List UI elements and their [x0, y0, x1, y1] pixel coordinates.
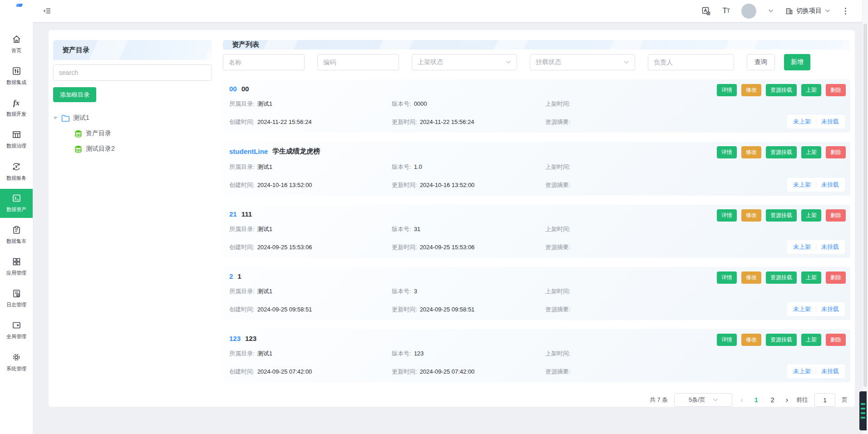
edit-button[interactable]: 修改 — [741, 334, 761, 346]
not-shelved-link[interactable]: 未上架 — [793, 305, 811, 313]
switch-project-button[interactable]: 切换项目 — [785, 7, 830, 15]
asset-fields: 所属目录:测试1 版本号:123 上架时间: 创建时间:2024-09-25 0… — [229, 350, 843, 376]
resource-mount-button[interactable]: 资源挂载 — [766, 271, 797, 284]
pill-divider — [816, 244, 816, 250]
add-root-catalog-button[interactable]: 添加根目录 — [53, 87, 96, 102]
filter-owner-input[interactable] — [648, 54, 734, 70]
delete-button[interactable]: 删除 — [826, 334, 846, 346]
filter-code-input[interactable] — [317, 54, 399, 70]
asset-code-link[interactable]: 00 — [229, 85, 237, 93]
tree-node-root[interactable]: 测试1 — [53, 110, 212, 126]
tree-node-label: 测试目录2 — [86, 145, 115, 153]
field-value: 1.0 — [414, 163, 422, 170]
font-size-icon[interactable]: TT — [722, 6, 730, 15]
detail-button[interactable]: 详情 — [717, 271, 737, 284]
field-value: 2024-10-16 13:52:00 — [420, 182, 475, 188]
service-icon: ¥ — [11, 162, 21, 172]
floating-widget[interactable] — [859, 391, 867, 430]
sidebar-item-data-governance[interactable]: 数据治理 — [0, 124, 33, 156]
logo-icon — [16, 4, 23, 7]
query-button[interactable]: 查询 — [747, 54, 775, 70]
asset-code-link[interactable]: 2 — [229, 272, 233, 280]
sidebar-item-data-assets[interactable]: 数据资产 — [0, 189, 33, 218]
delete-button[interactable]: 删除 — [826, 84, 846, 96]
page-size-select[interactable]: 5条/页 — [674, 393, 732, 407]
collapse-sidebar-icon[interactable] — [43, 7, 51, 15]
not-shelved-link[interactable]: 未上架 — [793, 367, 811, 375]
select-chevron-down-icon — [624, 60, 629, 64]
tree-expand-caret-icon[interactable] — [53, 117, 58, 119]
sidebar-item-home[interactable]: 首页 — [0, 29, 33, 60]
next-page-icon[interactable]: › — [784, 396, 790, 404]
delete-button[interactable]: 删除 — [826, 209, 846, 222]
field-value: 测试1 — [257, 287, 272, 296]
detail-button[interactable]: 详情 — [717, 84, 737, 96]
sidebar-item-log-management[interactable]: 日志管理 — [0, 283, 33, 315]
not-shelved-link[interactable]: 未上架 — [793, 181, 811, 189]
delete-button[interactable]: 删除 — [826, 271, 846, 284]
asset-code-link[interactable]: 21 — [229, 210, 237, 218]
sidebar-item-data-development[interactable]: fx 数据开发 — [0, 92, 33, 124]
header-actions: TT 切换项目 — [702, 4, 868, 19]
sidebar-item-data-integration[interactable]: 数据集成 — [0, 60, 33, 92]
sidebar-item-global-management[interactable]: 全局管理 — [0, 315, 33, 346]
tree-node-child[interactable]: ¥ 资产目录 — [53, 126, 212, 141]
edit-button[interactable]: 修改 — [741, 209, 761, 222]
field-value: 2024-11-22 15:56:24 — [257, 118, 312, 125]
shelf-button[interactable]: 上架 — [801, 334, 821, 346]
not-shelved-link[interactable]: 未上架 — [793, 118, 811, 126]
sidebar-item-data-mart[interactable]: 数据集市 — [0, 219, 33, 251]
filter-shelf-status-select[interactable]: 上架状态 — [412, 54, 517, 70]
add-asset-button[interactable]: 新增 — [784, 54, 810, 70]
not-shelved-link[interactable]: 未上架 — [793, 243, 811, 251]
sidebar-item-app-management[interactable]: 应用管理 — [0, 251, 33, 283]
resource-mount-button[interactable]: 资源挂载 — [766, 84, 797, 96]
field-value: 2024-09-25 09:58:51 — [257, 306, 312, 313]
shelf-button[interactable]: 上架 — [801, 146, 821, 158]
tree-node-child[interactable]: ¥ 测试目录2 — [53, 141, 212, 157]
asset-code-link[interactable]: 123 — [229, 335, 241, 342]
filter-mount-status-select[interactable]: 挂载状态 — [530, 54, 635, 70]
field-label: 创建时间: — [229, 306, 255, 314]
user-chevron-down-icon[interactable] — [768, 8, 774, 14]
sidebar-item-data-service[interactable]: ¥ 数据服务 — [0, 156, 33, 187]
shelf-button[interactable]: 上架 — [801, 271, 821, 284]
folder-icon — [61, 114, 70, 122]
scrollbar-thumb[interactable] — [863, 24, 867, 387]
translate-icon[interactable] — [702, 7, 710, 15]
edit-button[interactable]: 修改 — [741, 84, 761, 96]
prev-page-icon[interactable]: ‹ — [739, 396, 745, 404]
goto-page-input[interactable] — [814, 393, 835, 407]
avatar[interactable] — [741, 4, 756, 19]
resource-mount-button[interactable]: 资源挂载 — [766, 334, 797, 346]
detail-button[interactable]: 详情 — [717, 209, 737, 222]
edit-button[interactable]: 修改 — [741, 146, 761, 158]
catalog-search-input[interactable] — [53, 64, 212, 81]
filter-name-input[interactable] — [223, 54, 305, 70]
page-number-2[interactable]: 2 — [768, 396, 778, 404]
detail-button[interactable]: 详情 — [717, 334, 737, 346]
vertical-scrollbar[interactable] — [862, 0, 868, 434]
field-label: 资源摘要: — [545, 181, 571, 189]
detail-button[interactable]: 详情 — [717, 146, 737, 158]
delete-button[interactable]: 删除 — [826, 146, 846, 158]
logs-icon — [12, 289, 21, 298]
home-icon — [12, 35, 21, 44]
content-card: 资产目录 添加根目录 测试1 — [49, 30, 855, 407]
more-menu-icon[interactable] — [842, 7, 849, 15]
not-mounted-link[interactable]: 未挂载 — [821, 181, 839, 189]
resource-mount-button[interactable]: 资源挂载 — [766, 209, 797, 222]
pagination: 共 7 条 5条/页 ‹ 1 2 › 前往 页 — [223, 393, 850, 407]
sidebar-item-system-management[interactable]: 系统管理 — [0, 346, 33, 378]
resource-mount-button[interactable]: 资源挂载 — [766, 146, 797, 158]
pill-divider — [816, 119, 816, 125]
not-mounted-link[interactable]: 未挂载 — [821, 305, 839, 313]
not-mounted-link[interactable]: 未挂载 — [821, 118, 839, 126]
shelf-button[interactable]: 上架 — [801, 84, 821, 96]
not-mounted-link[interactable]: 未挂载 — [821, 367, 839, 375]
shelf-button[interactable]: 上架 — [801, 209, 821, 222]
asset-code-link[interactable]: studentLine — [229, 148, 268, 155]
not-mounted-link[interactable]: 未挂载 — [821, 243, 839, 251]
edit-button[interactable]: 修改 — [741, 271, 761, 284]
page-number-1[interactable]: 1 — [751, 396, 761, 404]
